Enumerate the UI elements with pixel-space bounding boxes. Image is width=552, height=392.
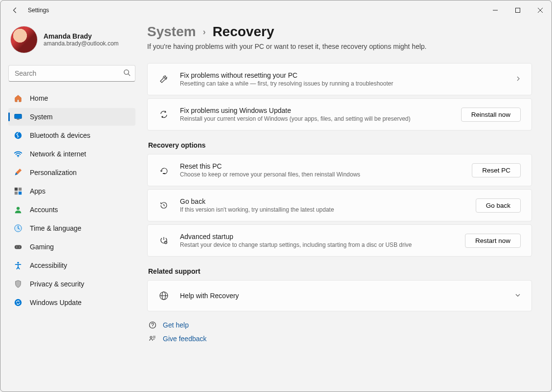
svg-rect-8	[17, 119, 19, 120]
card-advanced-startup: Advanced startupRestart your device to c…	[147, 224, 532, 257]
help-icon	[148, 321, 157, 329]
nav-label: Apps	[30, 187, 45, 195]
privacy-icon	[13, 279, 23, 289]
home-icon	[13, 93, 23, 103]
reset-icon	[158, 165, 169, 175]
nav-item-bluetooth-devices[interactable]: Bluetooth & devices	[8, 127, 135, 144]
app-title: Settings	[28, 7, 49, 14]
card-title: Reset this PC	[180, 162, 461, 170]
nav-item-system[interactable]: System	[8, 108, 135, 126]
svg-rect-6	[15, 114, 22, 119]
back-icon	[12, 7, 19, 14]
svg-point-18	[16, 247, 17, 248]
accessibility-icon	[13, 261, 23, 270]
svg-point-21	[15, 299, 22, 306]
breadcrumb-parent[interactable]: System	[147, 24, 196, 40]
nav-item-accessibility[interactable]: Accessibility	[8, 257, 135, 274]
profile-email: amanda.brady@outlook.com	[44, 40, 119, 47]
apps-icon	[13, 186, 23, 196]
nav-item-windows-update[interactable]: Windows Update	[8, 294, 135, 311]
reset-pc-button[interactable]: Reset PC	[472, 163, 521, 177]
section-recovery-title: Recovery options	[148, 141, 532, 149]
card-go-back: Go backIf this version isn't working, tr…	[147, 189, 532, 221]
nav-label: Personalization	[30, 169, 77, 176]
card-desc: Restart your device to change startup se…	[180, 241, 454, 248]
svg-rect-14	[19, 192, 22, 195]
svg-rect-11	[15, 188, 18, 191]
svg-line-5	[128, 74, 130, 76]
nav-item-apps[interactable]: Apps	[8, 182, 135, 200]
get-help-label: Get help	[163, 321, 189, 329]
page-subtitle: If you're having problems with your PC o…	[147, 43, 532, 50]
card-fix-problems-without-resetting-your-pc[interactable]: Fix problems without resetting your PCRe…	[147, 63, 532, 95]
restart-now-button[interactable]: Restart now	[465, 234, 521, 248]
card-desc: Reinstall your current version of Window…	[180, 115, 450, 122]
close-button[interactable]	[529, 0, 552, 20]
nav-label: Home	[30, 94, 48, 102]
system-icon	[13, 112, 23, 122]
svg-point-4	[124, 70, 129, 74]
card-title: Go back	[180, 197, 465, 205]
nav-label: Network & internet	[30, 150, 86, 158]
personalization-icon	[13, 168, 23, 177]
sidebar: Amanda Brady amanda.brady@outlook.com Ho…	[0, 20, 147, 392]
help-with-recovery-card[interactable]: Help with Recovery	[147, 280, 532, 311]
close-icon	[538, 8, 543, 13]
section-related-title: Related support	[148, 267, 532, 275]
nav-item-accounts[interactable]: Accounts	[8, 201, 135, 218]
nav-label: Time & language	[30, 224, 81, 232]
breadcrumb: System › Recovery	[147, 24, 532, 40]
time-language-icon	[13, 223, 23, 233]
svg-point-15	[17, 207, 20, 210]
nav-item-privacy-security[interactable]: Privacy & security	[8, 275, 135, 293]
card-title: Advanced startup	[180, 233, 454, 240]
maximize-button[interactable]	[507, 0, 529, 20]
nav: HomeSystemBluetooth & devicesNetwork & i…	[8, 89, 135, 311]
give-feedback-label: Give feedback	[163, 335, 207, 343]
card-fix-problems-using-windows-update: Fix problems using Windows UpdateReinsta…	[147, 98, 532, 131]
profile-name: Amanda Brady	[44, 32, 119, 40]
wrench-icon	[158, 74, 169, 85]
back-button[interactable]	[8, 3, 22, 17]
minimize-icon	[493, 8, 498, 13]
svg-point-20	[17, 262, 19, 264]
nav-item-time-language[interactable]: Time & language	[8, 219, 135, 237]
card-desc: Resetting can take a while — first, try …	[180, 80, 505, 87]
nav-item-home[interactable]: Home	[8, 89, 135, 107]
nav-label: System	[30, 113, 53, 121]
avatar	[10, 26, 38, 53]
search-icon	[123, 69, 131, 78]
search-input[interactable]	[8, 65, 135, 82]
svg-point-19	[19, 247, 20, 248]
give-feedback-link[interactable]: Give feedback	[148, 335, 532, 343]
card-title: Fix problems without resetting your PC	[180, 71, 505, 79]
nav-item-network-internet[interactable]: Network & internet	[8, 145, 135, 163]
go-back-button[interactable]: Go back	[476, 198, 521, 213]
accounts-icon	[13, 205, 23, 215]
search-wrap	[8, 65, 135, 82]
nav-item-personalization[interactable]: Personalization	[8, 164, 135, 181]
svg-rect-12	[19, 188, 22, 191]
minimize-button[interactable]	[484, 0, 507, 20]
svg-point-27	[152, 327, 153, 327]
update-icon	[13, 298, 23, 307]
reinstall-now-button[interactable]: Reinstall now	[461, 108, 521, 122]
bluetooth-icon	[13, 131, 23, 140]
profile-block[interactable]: Amanda Brady amanda.brady@outlook.com	[8, 24, 135, 61]
svg-point-28	[150, 336, 152, 338]
titlebar: Settings	[0, 0, 552, 20]
nav-item-gaming[interactable]: Gaming	[8, 238, 135, 256]
footer-links: Get help Give feedback	[147, 321, 532, 343]
get-help-link[interactable]: Get help	[148, 321, 532, 329]
nav-label: Accessibility	[30, 261, 67, 269]
nav-label: Privacy & security	[30, 280, 84, 288]
card-desc: Choose to keep or remove your personal f…	[180, 171, 461, 178]
card-desc: If this version isn't working, try unins…	[180, 206, 465, 213]
refresh-icon	[158, 109, 169, 120]
nav-label: Accounts	[30, 206, 58, 214]
svg-rect-13	[15, 192, 18, 195]
history-icon	[158, 200, 169, 211]
svg-rect-1	[516, 8, 520, 13]
nav-label: Bluetooth & devices	[30, 131, 90, 139]
nav-label: Windows Update	[30, 299, 82, 306]
